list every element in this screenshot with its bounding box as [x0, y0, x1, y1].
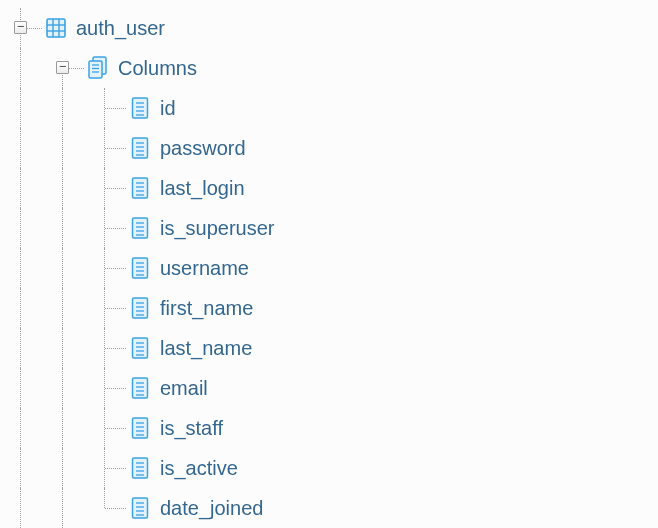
column-icon	[126, 128, 154, 168]
tree-connector	[84, 208, 126, 248]
tree-node-label: date_joined	[160, 497, 263, 520]
tree-node-column[interactable]: is_active	[0, 448, 658, 488]
tree-connector	[42, 288, 84, 328]
tree-node-column[interactable]: first_name	[0, 288, 658, 328]
collapse-toggle[interactable]	[14, 21, 27, 34]
tree-connector	[84, 368, 126, 408]
tree-connector	[0, 448, 42, 488]
tree-connector	[0, 488, 42, 528]
tree-connector	[0, 408, 42, 448]
svg-rect-6	[89, 61, 102, 78]
tree-connector	[42, 448, 84, 488]
tree-connector	[84, 88, 126, 128]
tree-node-column[interactable]: last_login	[0, 168, 658, 208]
columns-list: idpasswordlast_loginis_superuserusername…	[0, 88, 658, 528]
tree-connector	[0, 8, 42, 48]
tree-connector	[84, 408, 126, 448]
column-icon	[126, 168, 154, 208]
column-icon	[126, 208, 154, 248]
tree-node-column[interactable]: is_staff	[0, 408, 658, 448]
tree-node-column[interactable]: email	[0, 368, 658, 408]
tree-connector	[0, 288, 42, 328]
tree-node-column[interactable]: last_name	[0, 328, 658, 368]
tree-connector	[42, 48, 84, 88]
tree-node-label: Columns	[118, 57, 197, 80]
tree-connector	[84, 328, 126, 368]
column-icon	[126, 288, 154, 328]
tree-node-label: first_name	[160, 297, 253, 320]
collapse-toggle[interactable]	[56, 61, 69, 74]
tree-node-column[interactable]: username	[0, 248, 658, 288]
column-icon	[126, 248, 154, 288]
tree-node-label: id	[160, 97, 176, 120]
tree-connector	[0, 248, 42, 288]
column-icon	[126, 88, 154, 128]
tree-connector	[84, 128, 126, 168]
svg-rect-0	[47, 19, 65, 37]
tree-node-column[interactable]: is_superuser	[0, 208, 658, 248]
tree-node-columns-group[interactable]: Columns	[0, 48, 658, 88]
tree-node-label: auth_user	[76, 17, 165, 40]
tree-connector	[42, 248, 84, 288]
column-icon	[126, 368, 154, 408]
database-tree: auth_user Columns idpasswordlast_loginis…	[0, 8, 658, 528]
tree-connector	[84, 168, 126, 208]
tree-connector	[0, 368, 42, 408]
tree-connector	[0, 208, 42, 248]
tree-connector	[84, 288, 126, 328]
columns-icon	[84, 48, 112, 88]
tree-connector	[42, 488, 84, 528]
tree-connector	[0, 88, 42, 128]
tree-node-label: last_name	[160, 337, 252, 360]
tree-node-label: last_login	[160, 177, 245, 200]
column-icon	[126, 448, 154, 488]
tree-connector	[84, 248, 126, 288]
tree-connector	[84, 448, 126, 488]
tree-connector	[0, 128, 42, 168]
tree-node-label: username	[160, 257, 249, 280]
tree-node-column[interactable]: id	[0, 88, 658, 128]
column-icon	[126, 328, 154, 368]
tree-node-table[interactable]: auth_user	[0, 8, 658, 48]
tree-connector	[42, 368, 84, 408]
tree-connector	[84, 488, 126, 528]
tree-node-label: email	[160, 377, 208, 400]
tree-connector	[0, 48, 42, 88]
tree-node-column[interactable]: date_joined	[0, 488, 658, 528]
tree-connector	[42, 168, 84, 208]
tree-node-label: is_active	[160, 457, 238, 480]
tree-connector	[42, 128, 84, 168]
tree-node-label: is_staff	[160, 417, 223, 440]
tree-connector	[42, 408, 84, 448]
tree-node-label: is_superuser	[160, 217, 275, 240]
column-icon	[126, 488, 154, 528]
tree-node-label: password	[160, 137, 246, 160]
tree-node-column[interactable]: password	[0, 128, 658, 168]
table-icon	[42, 8, 70, 48]
tree-connector	[42, 328, 84, 368]
tree-connector	[0, 328, 42, 368]
tree-connector	[0, 168, 42, 208]
tree-connector	[42, 88, 84, 128]
tree-connector	[42, 208, 84, 248]
column-icon	[126, 408, 154, 448]
